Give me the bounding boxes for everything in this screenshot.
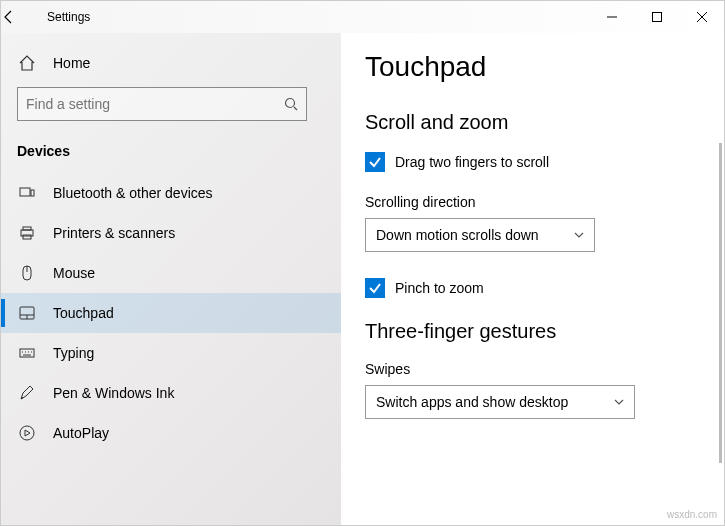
page-title: Touchpad [365, 51, 700, 83]
sidebar-item-label: Touchpad [53, 305, 114, 321]
sidebar-item-mouse[interactable]: Mouse [1, 253, 341, 293]
nav-home-label: Home [53, 55, 90, 71]
sidebar-item-pen[interactable]: Pen & Windows Ink [1, 373, 341, 413]
sidebar-item-label: Mouse [53, 265, 95, 281]
nav-home[interactable]: Home [1, 43, 341, 83]
back-button[interactable] [1, 9, 41, 25]
svg-rect-16 [20, 349, 34, 357]
search-input[interactable] [26, 96, 284, 112]
minimize-button[interactable] [589, 1, 634, 33]
sidebar-item-typing[interactable]: Typing [1, 333, 341, 373]
sidebar-item-label: Bluetooth & other devices [53, 185, 213, 201]
checkmark-icon [365, 278, 385, 298]
sidebar-section: Devices [1, 133, 341, 173]
swipes-label: Swipes [365, 361, 700, 377]
svg-rect-7 [31, 190, 34, 196]
dropdown-value: Down motion scrolls down [376, 227, 539, 243]
pen-icon [17, 383, 37, 403]
watermark: wsxdn.com [667, 509, 717, 520]
sidebar-item-label: AutoPlay [53, 425, 109, 441]
checkbox-drag-two-fingers[interactable]: Drag two fingers to scroll [365, 152, 700, 172]
main-panel: Touchpad Scroll and zoom Drag two finger… [341, 33, 724, 525]
sidebar-item-printers[interactable]: Printers & scanners [1, 213, 341, 253]
svg-point-4 [286, 99, 295, 108]
checkmark-icon [365, 152, 385, 172]
sidebar-item-touchpad[interactable]: Touchpad [1, 293, 341, 333]
scroll-direction-label: Scrolling direction [365, 194, 700, 210]
svg-rect-1 [652, 13, 661, 22]
checkbox-label: Drag two fingers to scroll [395, 154, 549, 170]
devices-icon [17, 183, 37, 203]
scroll-direction-dropdown[interactable]: Down motion scrolls down [365, 218, 595, 252]
svg-rect-6 [20, 188, 30, 196]
maximize-button[interactable] [634, 1, 679, 33]
section-three-finger: Three-finger gestures [365, 320, 700, 343]
section-scroll-zoom: Scroll and zoom [365, 111, 700, 134]
svg-point-23 [20, 426, 34, 440]
checkbox-label: Pinch to zoom [395, 280, 484, 296]
svg-line-5 [294, 107, 297, 110]
sidebar-item-label: Pen & Windows Ink [53, 385, 174, 401]
sidebar: Home Devices Bluetooth & other devices [1, 33, 341, 525]
sidebar-item-label: Printers & scanners [53, 225, 175, 241]
svg-point-22 [21, 397, 23, 399]
sidebar-item-label: Typing [53, 345, 94, 361]
keyboard-icon [17, 343, 37, 363]
home-icon [17, 53, 37, 73]
swipes-dropdown[interactable]: Switch apps and show desktop [365, 385, 635, 419]
checkbox-pinch-zoom[interactable]: Pinch to zoom [365, 278, 700, 298]
sidebar-item-autoplay[interactable]: AutoPlay [1, 413, 341, 453]
search-box[interactable] [17, 87, 307, 121]
chevron-down-icon [574, 232, 584, 238]
svg-rect-9 [23, 227, 31, 230]
window-title: Settings [47, 10, 90, 24]
mouse-icon [17, 263, 37, 283]
scrollbar[interactable] [719, 143, 722, 463]
touchpad-icon [17, 303, 37, 323]
chevron-down-icon [614, 399, 624, 405]
search-icon [284, 97, 298, 111]
autoplay-icon [17, 423, 37, 443]
close-button[interactable] [679, 1, 724, 33]
titlebar: Settings [1, 1, 724, 33]
dropdown-value: Switch apps and show desktop [376, 394, 568, 410]
sidebar-item-bluetooth[interactable]: Bluetooth & other devices [1, 173, 341, 213]
printer-icon [17, 223, 37, 243]
